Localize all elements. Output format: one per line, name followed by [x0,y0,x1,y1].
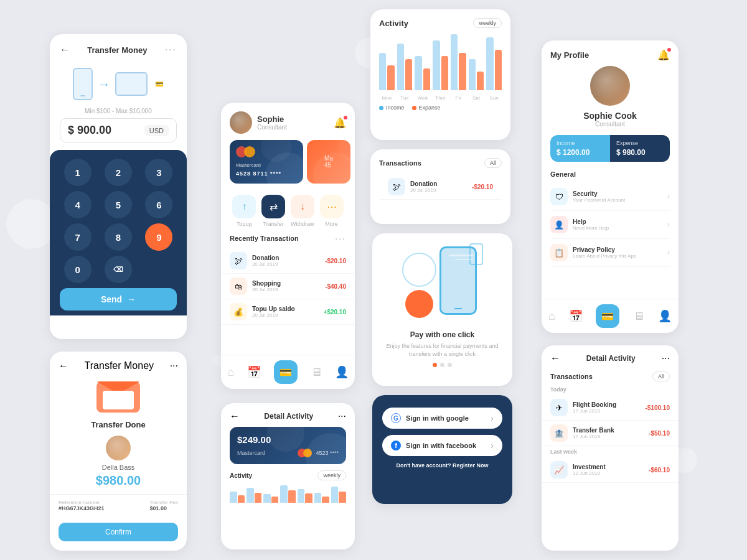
investment-icon: 📈 [550,461,568,478]
bar-mon-orange [387,65,394,90]
pay-screen-line [449,254,474,256]
notification-bell-icon[interactable]: 🔔 [334,117,346,129]
dr-more-button[interactable]: ··· [662,353,670,364]
num-1[interactable]: 1 [64,159,92,186]
mc-6b [314,493,322,503]
mc-7b [331,487,339,503]
profile-name: Sophie [257,114,287,124]
recent-tx-more[interactable]: ··· [335,233,346,243]
activity-card: Activity weekly [370,9,510,140]
num-6[interactable]: 6 [145,191,172,218]
prof-nav-monitor-icon[interactable]: 🖥 [633,310,644,323]
more-label: More [320,221,344,227]
privacy-item[interactable]: 📋 Privacy Policy Learn About Privacy thi… [550,239,670,267]
orange-card[interactable]: Ma45 [307,140,350,184]
bar-wed-blue [415,56,421,90]
da-back-button[interactable]: ← [230,411,240,422]
done-back-button[interactable]: ← [59,360,68,371]
num-3[interactable]: 3 [145,159,172,186]
orange-card-label: Ma45 [324,155,333,169]
notification-dot [344,116,347,119]
transfer-action[interactable]: ⇄ Transfer [261,195,285,227]
num-7[interactable]: 7 [64,223,92,251]
dr-investment-tx[interactable]: 📈 Investment 12 Jun 2019 -$60.10 [542,457,679,483]
num-9[interactable]: 9 [145,223,172,251]
more-icon: ⋯ [320,195,344,218]
transfer-illustration: → 💳 [50,60,187,105]
mc-3o [271,497,279,503]
ref-label: Reference number [59,500,105,505]
legend-expense: Expanse [412,105,441,111]
bar-fri-orange [459,53,466,90]
dr-flight-tx[interactable]: ✈ Flight Booking 17 Jun 2019 -$100.10 [542,395,679,421]
mastercard-card[interactable]: Mastercard 4528 8711 **** [230,140,303,184]
tx-card-title: Transactions [379,159,421,167]
tx-donation[interactable]: 🕊 Donation 20 Jul 2019 -$20.10 [221,248,355,274]
tx-donation-amount: -$20.10 [325,258,346,264]
done-more-button[interactable]: ··· [170,360,178,371]
bar-wed-orange [423,68,430,90]
dr-back-button[interactable]: ← [550,353,560,364]
send-button[interactable]: Send → [60,288,177,310]
privacy-name: Privacy Policy [573,246,636,253]
tx-shopping[interactable]: 🛍 Shopping 20 Jul 2019 -$40.40 [221,274,355,299]
mc-2o [255,493,262,503]
da-more-button[interactable]: ··· [338,411,346,422]
confirm-button[interactable]: Confirm [59,523,178,541]
legend-income: Income [379,105,405,111]
back-button[interactable]: ← [60,44,70,55]
weekly-filter[interactable]: weekly [473,18,502,28]
dr-bank-tx[interactable]: 🏦 Transfer Bank 17 Jun 2019 -$50.10 [542,421,679,446]
legend-income-dot [379,106,383,110]
bottom-nav: ⌂ 📅 💳 🖥 👤 [221,355,355,389]
num-0[interactable]: 0 [64,256,92,283]
more-button[interactable]: ··· [165,44,177,55]
facebook-signin-button[interactable]: f Sign in with facebook › [382,435,502,456]
num-2[interactable]: 2 [105,159,132,186]
nav-calendar-icon[interactable]: 📅 [247,365,261,379]
help-item[interactable]: 👤 Help Need More Help › [550,211,670,239]
credit-cards-area: Mastercard 4528 8711 **** Ma45 [221,140,355,190]
income-block: Income $ 1200.00 [550,135,610,162]
nav-monitor-icon[interactable]: 🖥 [311,366,322,379]
prof-nav-calendar-icon[interactable]: 📅 [569,309,583,323]
investment-date: 12 Jun 2019 [573,470,606,476]
num-8[interactable]: 8 [105,223,132,251]
google-icon: G [391,413,401,423]
topup-action[interactable]: ↑ Topup [232,195,256,227]
nav-home-icon[interactable]: ⌂ [227,366,234,379]
withdraw-action[interactable]: ↓ Withdraw [291,195,314,227]
activity-header: Activity weekly [379,18,502,28]
nav-wallet-icon[interactable]: 💳 [274,360,298,384]
send-arrow-icon: → [127,294,136,304]
investment-amount: -$60.10 [649,467,670,474]
register-link[interactable]: Don't have account? Register Now [382,462,502,469]
num-4[interactable]: 4 [64,191,92,218]
security-item[interactable]: 🛡 Security Your Password Account › [550,183,670,211]
google-signin-button[interactable]: G Sign in with google › [382,408,502,429]
register-now-link[interactable]: Register Now [453,462,489,469]
tx-card-donation-name: Donation [410,180,437,187]
envelope-area [50,376,187,420]
sophie-dashboard-card: Sophie Consultant 🔔 Mastercard 4528 8711… [221,103,355,389]
num-5[interactable]: 5 [105,191,132,218]
tx-filter[interactable]: All [484,158,502,168]
nav-profile-icon[interactable]: 👤 [335,365,349,379]
tx-card-donation[interactable]: 🕊 Donation 20 Jul 2019 -$20.10 [379,174,502,200]
prof-nav-home-icon[interactable]: ⌂ [548,310,555,323]
privacy-icon: 📋 [550,244,568,261]
tx-topup[interactable]: 💰 Topu Up saldo 20 Jul 2019 +$20.10 [221,299,355,325]
bar-sat-blue [469,59,476,90]
num-clear[interactable]: ⌫ [105,256,132,283]
profile-bell-icon[interactable]: 🔔 [657,49,670,61]
currency-selector[interactable]: USD [144,125,169,136]
dr-tx-title: Transactions [550,373,593,380]
profile-bottom-nav: ⌂ 📅 💳 🖥 👤 [542,299,679,333]
dr-filter[interactable]: All [652,371,670,381]
prof-nav-profile-icon[interactable]: 👤 [658,309,672,323]
prof-nav-wallet-icon[interactable]: 💳 [596,304,619,328]
more-action[interactable]: ⋯ More [320,195,344,227]
transfer-arrow-icon: → [98,77,110,91]
pay-title: Pay with one click [410,330,474,339]
da-weekly-filter[interactable]: weekly [317,470,346,480]
